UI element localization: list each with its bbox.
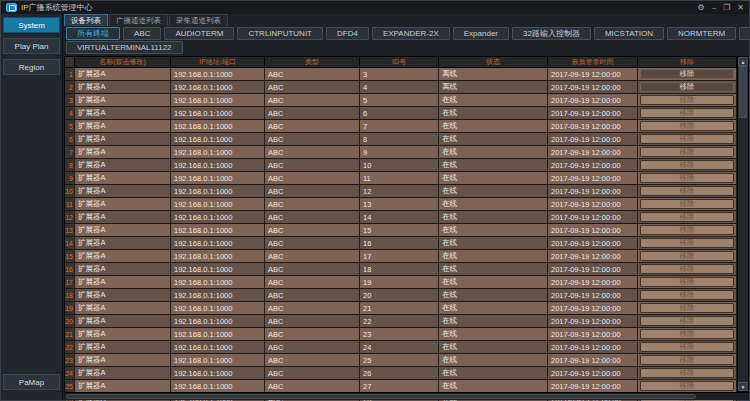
filter-tab-8[interactable]: MICSTATION bbox=[594, 27, 664, 40]
filter-tab-1[interactable]: ABC bbox=[123, 27, 161, 40]
remove-button[interactable]: 移除 bbox=[640, 251, 734, 261]
table-row[interactable]: 18扩展器A192.168.0.1:1000ABC20在线2017-09-19 … bbox=[65, 289, 737, 302]
remove-button[interactable]: 移除 bbox=[640, 173, 734, 183]
remove-button[interactable]: 移除 bbox=[640, 212, 734, 222]
remove-button[interactable]: 移除 bbox=[640, 381, 734, 391]
settings-gear-icon[interactable]: ⚙ bbox=[698, 3, 705, 13]
table-row[interactable]: 6扩展器A192.168.0.1:1000ABC8在线2017-09-19 12… bbox=[65, 133, 737, 146]
cell-name[interactable]: 扩展器A bbox=[75, 211, 171, 223]
filter-tab-10[interactable]: TRIGGER bbox=[739, 27, 750, 40]
filter-tab-2[interactable]: AUDIOTERM bbox=[164, 27, 234, 40]
filter-tab-7[interactable]: 32路输入控制器 bbox=[512, 27, 591, 40]
tab-list-1[interactable]: 广播通道列表 bbox=[109, 14, 168, 26]
cell-name[interactable]: 扩展器A bbox=[75, 354, 171, 366]
table-row[interactable]: 21扩展器A192.168.0.1:1000ABC23在线2017-09-19 … bbox=[65, 328, 737, 341]
remove-button[interactable]: 移除 bbox=[640, 95, 734, 105]
remove-button[interactable]: 移除 bbox=[640, 303, 734, 313]
cell-name[interactable]: 扩展器A bbox=[75, 81, 171, 93]
cell-name[interactable]: 扩展器A bbox=[75, 263, 171, 275]
remove-button[interactable]: 移除 bbox=[640, 225, 734, 235]
cell-name[interactable]: 扩展器A bbox=[75, 276, 171, 288]
table-row[interactable]: 20扩展器A192.168.0.1:1000ABC22在线2017-09-19 … bbox=[65, 315, 737, 328]
table-row[interactable]: 10扩展器A192.168.0.1:1000ABC12在线2017-09-19 … bbox=[65, 185, 737, 198]
table-row[interactable]: 4扩展器A192.168.0.1:1000ABC6在线2017-09-19 12… bbox=[65, 107, 737, 120]
close-icon[interactable]: ✕ bbox=[737, 3, 744, 13]
cell-name[interactable]: 扩展器A bbox=[75, 185, 171, 197]
remove-button[interactable]: 移除 bbox=[640, 82, 734, 92]
scroll-down-icon[interactable]: ▼ bbox=[738, 382, 748, 391]
table-row[interactable]: 17扩展器A192.168.0.1:1000ABC19在线2017-09-19 … bbox=[65, 276, 737, 289]
cell-name[interactable]: 扩展器A bbox=[75, 328, 171, 340]
table-row[interactable]: 16扩展器A192.168.0.1:1000ABC18在线2017-09-19 … bbox=[65, 263, 737, 276]
scroll-up-icon[interactable]: ▲ bbox=[738, 57, 748, 66]
remove-button[interactable]: 移除 bbox=[640, 355, 734, 365]
cell-name[interactable]: 扩展器A bbox=[75, 198, 171, 210]
cell-name[interactable]: 扩展器A bbox=[75, 107, 171, 119]
tab-list-0[interactable]: 设备列表 bbox=[64, 14, 108, 26]
remove-button[interactable]: 移除 bbox=[640, 108, 734, 118]
cell-name[interactable]: 扩展器A bbox=[75, 94, 171, 106]
cell-name[interactable]: 扩展器A bbox=[75, 120, 171, 132]
vertical-scroll-thumb[interactable] bbox=[739, 66, 747, 118]
cell-name[interactable]: 扩展器A bbox=[75, 133, 171, 145]
table-row[interactable]: 1扩展器A192.168.0.1:1000ABC3离线2017-09-19 12… bbox=[65, 68, 737, 81]
remove-button[interactable]: 移除 bbox=[640, 199, 734, 209]
sidebar-item-play-plan[interactable]: Play Plan bbox=[3, 38, 60, 54]
horizontal-scrollbar[interactable] bbox=[64, 392, 749, 400]
restore-icon[interactable]: ❐ bbox=[723, 3, 730, 13]
filter-tab-9[interactable]: NORMTERM bbox=[667, 27, 736, 40]
cell-name[interactable]: 扩展器A bbox=[75, 159, 171, 171]
remove-button[interactable]: 移除 bbox=[640, 368, 734, 378]
cell-name[interactable]: 扩展器A bbox=[75, 237, 171, 249]
vertical-scroll-track[interactable] bbox=[738, 66, 748, 382]
remove-button[interactable]: 移除 bbox=[640, 147, 734, 157]
filter-tab-6[interactable]: Expander bbox=[453, 27, 509, 40]
remove-button[interactable]: 移除 bbox=[640, 277, 734, 287]
remove-button[interactable]: 移除 bbox=[640, 264, 734, 274]
remove-button[interactable]: 移除 bbox=[640, 186, 734, 196]
minimize-icon[interactable]: – bbox=[712, 3, 716, 13]
sidebar-item-pamap[interactable]: PaMap bbox=[3, 374, 60, 390]
table-row[interactable]: 24扩展器A192.168.0.1:1000ABC26在线2017-09-19 … bbox=[65, 367, 737, 380]
remove-button[interactable]: 移除 bbox=[640, 316, 734, 326]
table-row[interactable]: 19扩展器A192.168.0.1:1000ABC21在线2017-09-19 … bbox=[65, 302, 737, 315]
table-row[interactable]: 8扩展器A192.168.0.1:1000ABC10在线2017-09-19 1… bbox=[65, 159, 737, 172]
filter-tab-5[interactable]: EXPANDER-2X bbox=[372, 27, 450, 40]
remove-button[interactable]: 移除 bbox=[640, 69, 734, 79]
remove-button[interactable]: 移除 bbox=[640, 238, 734, 248]
filter-tab-0[interactable]: 所有终端 bbox=[66, 27, 120, 40]
table-row[interactable]: 2扩展器A192.168.0.1:1000ABC4离线2017-09-19 12… bbox=[65, 81, 737, 94]
table-row[interactable]: 23扩展器A192.168.0.1:1000ABC25在线2017-09-19 … bbox=[65, 354, 737, 367]
remove-button[interactable]: 移除 bbox=[640, 290, 734, 300]
table-row[interactable]: 12扩展器A192.168.0.1:1000ABC14在线2017-09-19 … bbox=[65, 211, 737, 224]
table-row[interactable]: 9扩展器A192.168.0.1:1000ABC11在线2017-09-19 1… bbox=[65, 172, 737, 185]
remove-button[interactable]: 移除 bbox=[640, 329, 734, 339]
cell-name[interactable]: 扩展器A bbox=[75, 367, 171, 379]
cell-name[interactable]: 扩展器A bbox=[75, 68, 171, 80]
sidebar-item-region[interactable]: Region bbox=[3, 59, 60, 75]
filter-tab-4[interactable]: DFD4 bbox=[326, 27, 369, 40]
cell-name[interactable]: 扩展器A bbox=[75, 302, 171, 314]
tab-list-2[interactable]: 采集通道列表 bbox=[169, 14, 228, 26]
filter-tab-3[interactable]: CTRLINPUTUNIT bbox=[237, 27, 323, 40]
cell-name[interactable]: 扩展器A bbox=[75, 289, 171, 301]
cell-name[interactable]: 扩展器A bbox=[75, 146, 171, 158]
remove-button[interactable]: 移除 bbox=[640, 342, 734, 352]
table-row[interactable]: 5扩展器A192.168.0.1:1000ABC7在线2017-09-19 12… bbox=[65, 120, 737, 133]
cell-name[interactable]: 扩展器A bbox=[75, 224, 171, 236]
vertical-scrollbar[interactable]: ▲ ▼ bbox=[737, 56, 749, 392]
remove-button[interactable]: 移除 bbox=[640, 134, 734, 144]
sidebar-item-system[interactable]: System bbox=[3, 17, 60, 33]
cell-name[interactable]: 扩展器A bbox=[75, 380, 171, 392]
filter-tab-row2-0[interactable]: VIRTUALTERMINAL11122 bbox=[66, 41, 183, 54]
table-row[interactable]: 14扩展器A192.168.0.1:1000ABC16在线2017-09-19 … bbox=[65, 237, 737, 250]
remove-button[interactable]: 移除 bbox=[640, 121, 734, 131]
table-row[interactable]: 11扩展器A192.168.0.1:1000ABC13在线2017-09-19 … bbox=[65, 198, 737, 211]
cell-name[interactable]: 扩展器A bbox=[75, 172, 171, 184]
table-row[interactable]: 15扩展器A192.168.0.1:1000ABC17在线2017-09-19 … bbox=[65, 250, 737, 263]
cell-name[interactable]: 扩展器A bbox=[75, 250, 171, 262]
cell-name[interactable]: 扩展器A bbox=[75, 315, 171, 327]
table-row[interactable]: 3扩展器A192.168.0.1:1000ABC5在线2017-09-19 12… bbox=[65, 94, 737, 107]
remove-button[interactable]: 移除 bbox=[640, 160, 734, 170]
table-row[interactable]: 22扩展器A192.168.0.1:1000ABC24在线2017-09-19 … bbox=[65, 341, 737, 354]
